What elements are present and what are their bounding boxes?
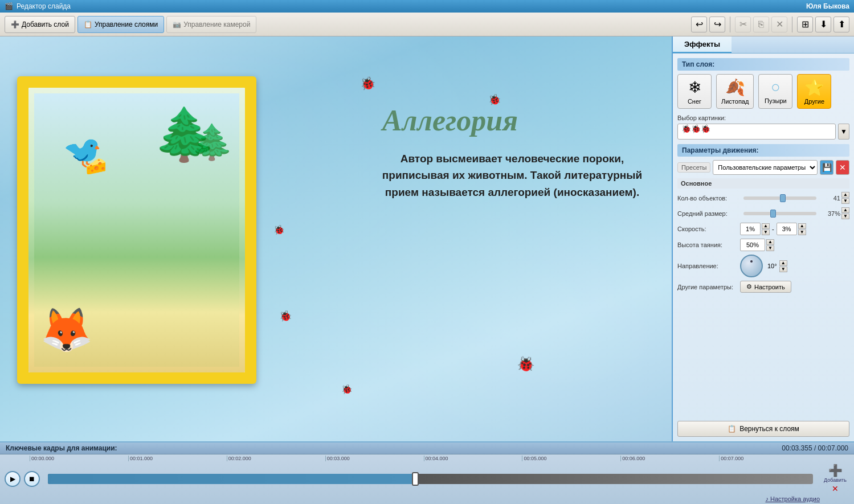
toolbar-separator-2: [792, 17, 792, 32]
add-layer-button[interactable]: ➕ Добавить слой: [5, 16, 75, 33]
preset-select[interactable]: Пользовательские параметры: [713, 160, 818, 175]
audio-settings-row: ♪ Настройка аудио: [0, 495, 854, 503]
toolbar: ➕ Добавить слой 📋 Управление слоями 📷 Уп…: [0, 13, 854, 36]
slide-background: 🐞 🐞 🐞 🐞 🐞 🐞 🐞 🐞 🐞 🌲 �: [0, 36, 672, 441]
manage-layers-button[interactable]: 📋 Управление слоями: [77, 16, 164, 33]
spin-up-direction[interactable]: ▲: [779, 260, 787, 266]
avg-size-slider[interactable]: [743, 212, 816, 215]
layers-icon: 📋: [84, 21, 92, 28]
param-fade-height: Высота таяния: ▲ ▼: [677, 239, 849, 251]
spin-up-2[interactable]: ▲: [841, 207, 849, 213]
fade-height-input[interactable]: [740, 239, 765, 251]
speed-min-input[interactable]: [740, 223, 761, 235]
ladybug-3: 🐞: [360, 76, 375, 91]
spin-down-direction[interactable]: ▼: [779, 267, 787, 272]
presets-row: Пресеты Пользовательские параметры 💾 ✕: [677, 160, 849, 175]
direction-label: Направление:: [677, 263, 740, 269]
speed-max-input[interactable]: [777, 223, 797, 235]
delete-keyframe-button[interactable]: ✕: [832, 484, 839, 493]
frame-outer: 🌲 🌲 🐦 🧀 🦊: [17, 76, 256, 384]
play-button[interactable]: ▶: [5, 471, 21, 487]
tree-icon-2: 🌲: [191, 122, 234, 162]
fade-height-label: Высота таяния:: [677, 241, 740, 248]
track-progress: [48, 474, 415, 484]
illustration: 🌲 🌲 🐦 🧀 🦊: [28, 88, 245, 372]
copy-button[interactable]: ⎘: [753, 17, 769, 32]
spin-btn-speed-min: ▲ ▼: [762, 223, 770, 235]
cut-button[interactable]: ✂: [735, 17, 751, 32]
add-keyframe-button[interactable]: ➕: [828, 465, 843, 476]
dropdown-arrow[interactable]: ▼: [838, 124, 849, 140]
timeline-header: Ключевые кадры для анимации: 00:03.355 /…: [0, 442, 854, 454]
track-background: [48, 474, 813, 484]
audio-settings-link[interactable]: ♪ Настройка аудио: [765, 495, 820, 502]
right-panel: Эффекты Тип слоя: ❄ Снег 🍂 Листопад ○ Пу…: [672, 36, 854, 441]
timeline-track[interactable]: [48, 474, 813, 484]
playhead[interactable]: [412, 472, 419, 486]
spin-up-fade[interactable]: ▲: [766, 239, 774, 245]
ladybug-6: 🐞: [279, 310, 292, 322]
layer-type-snow[interactable]: ❄ Снег: [677, 74, 712, 109]
ruler-1: 00:01.000: [128, 456, 227, 461]
speed-label: Скорость:: [677, 226, 740, 232]
spin-down-speed-min[interactable]: ▼: [762, 230, 770, 235]
canvas-area: 🐞 🐞 🐞 🐞 🐞 🐞 🐞 🐞 🐞 🌲 �: [0, 36, 672, 441]
spin-down-1[interactable]: ▼: [841, 198, 849, 204]
spin-btn-2: ▲ ▼: [841, 207, 849, 219]
bubble-icon: ○: [771, 78, 781, 96]
slider-thumb-2[interactable]: [770, 210, 776, 218]
ladybug-icons: 🐞🐞🐞: [681, 124, 710, 133]
delete-button[interactable]: ✕: [771, 17, 787, 32]
download-button[interactable]: ⬇: [815, 17, 831, 32]
timeline-label: Ключевые кадры для анимации:: [6, 444, 117, 452]
spin-down-speed-max[interactable]: ▼: [798, 230, 806, 235]
object-count-slider[interactable]: [743, 196, 816, 200]
undo-button[interactable]: ↩: [691, 17, 707, 32]
other-params-label: Другие параметры:: [677, 284, 740, 290]
title-bar-left: 🎬 Редактор слайда: [5, 2, 71, 10]
snow-icon: ❄: [688, 78, 701, 97]
direction-value: 10°: [767, 263, 777, 269]
direction-knob[interactable]: [740, 255, 763, 277]
save-preset-button[interactable]: 💾: [820, 160, 833, 175]
object-count-value: 41: [820, 195, 840, 202]
spin-btn-1: ▲ ▼: [841, 192, 849, 204]
spin-up-1[interactable]: ▲: [841, 192, 849, 198]
spin-up-speed-max[interactable]: ▲: [798, 223, 806, 229]
ruler-6: 00:06.000: [620, 456, 719, 461]
add-icon: ➕: [11, 21, 19, 28]
avg-size-label: Средний размер:: [677, 210, 740, 217]
layer-type-bubbles[interactable]: ○ Пузыри: [758, 74, 792, 109]
manage-camera-button[interactable]: 📷 Управление камерой: [166, 16, 256, 33]
knob-indicator: [750, 260, 753, 263]
fox-icon: 🦊: [40, 305, 93, 355]
title-bar: 🎬 Редактор слайда Юля Быкова: [0, 0, 854, 13]
timeline-right-buttons: ➕ Добавить ✕: [821, 465, 849, 493]
slide-title: Аллегория: [382, 104, 518, 137]
configure-button[interactable]: ⚙ Настроить: [740, 281, 791, 293]
app-icon: 🎬: [5, 2, 13, 10]
param-speed: Скорость: ▲ ▼ - ▲ ▼: [677, 223, 849, 235]
spin-down-fade[interactable]: ▼: [766, 245, 774, 251]
camera-icon: 📷: [173, 21, 181, 28]
image-select[interactable]: 🐞🐞🐞: [677, 124, 836, 140]
app-title: Редактор слайда: [17, 2, 71, 10]
configure-label: Настроить: [754, 284, 785, 290]
spin-up-speed-min[interactable]: ▲: [762, 223, 770, 229]
ruler-0: 00:00.000: [30, 456, 128, 461]
up-button[interactable]: ⬆: [833, 17, 849, 32]
spin-down-2[interactable]: ▼: [841, 214, 849, 219]
tab-effects[interactable]: Эффекты: [673, 36, 732, 53]
avg-size-value: 37%: [820, 210, 840, 217]
back-to-layers-button[interactable]: 📋 Вернуться к слоям: [677, 421, 849, 437]
delete-preset-button[interactable]: ✕: [836, 160, 849, 175]
redo-button[interactable]: ↪: [709, 17, 725, 32]
slider-thumb-1[interactable]: [780, 194, 786, 202]
illustration-frame: 🌲 🌲 🐦 🧀 🦊: [17, 76, 256, 384]
layer-type-other[interactable]: ⭐ Другие: [797, 74, 831, 109]
grid-button[interactable]: ⊞: [797, 17, 813, 32]
layer-type-leaves[interactable]: 🍂 Листопад: [716, 74, 754, 109]
stop-button[interactable]: ⏹: [24, 471, 40, 487]
back-icon: 📋: [728, 425, 736, 433]
cheese-icon: 🧀: [85, 156, 107, 176]
